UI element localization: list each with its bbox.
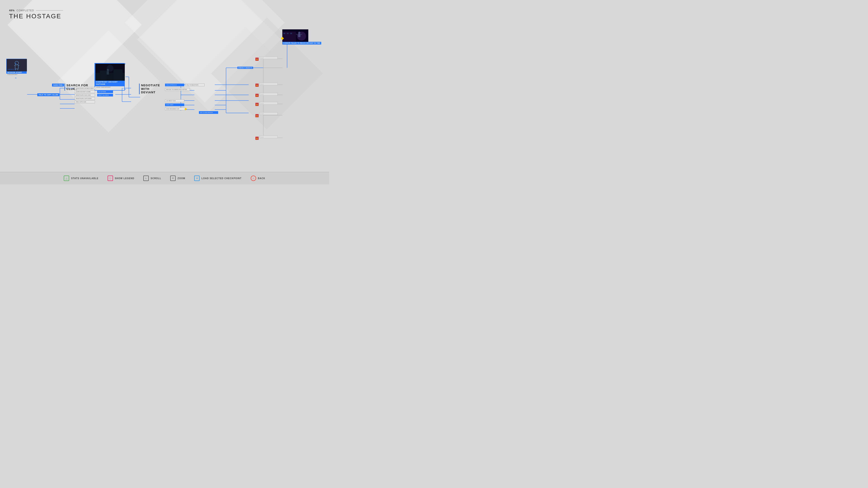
talk-to-capt-allen-node[interactable]: TALK TO CAPT. ALLEN [37,93,59,96]
completion-line [36,10,63,11]
square-button[interactable]: □ [107,175,113,181]
o-button[interactable]: ○ [251,175,256,181]
android-logo: ANDROID [8,69,16,70]
stats-control: △ STATS UNAVAILABLE [64,175,98,181]
svg-rect-69 [287,33,289,34]
yellow-indicator [184,108,187,110]
refuse-to-dismiss-node[interactable]: REFUSE TO DISMISS HELICOPTER [165,88,190,91]
scroll-label: SCROLL [151,177,161,180]
lock-node-1: 🔒 [255,58,258,61]
lock-node-4: 🔒 [255,103,258,106]
svg-point-71 [297,32,306,41]
connor-failed-node[interactable]: CONNOR FAILED TO REACH DEVIANT IN TIME [282,29,321,44]
save-emma-node[interactable]: SAVE EMMA [165,103,184,106]
x-button[interactable]: ✕ [194,175,199,181]
svg-rect-57 [100,70,107,80]
connor-failed-image [282,29,308,42]
save-wounded-cop-node[interactable]: SAVE WOUNDED COP [165,107,185,110]
confront-deviant-title: CONFRONT DEVIANT OUTSIDE [95,80,124,86]
load-checkpoint-control: ✕ LOAD SELECTED CHECKPOINT [194,175,241,181]
mission-title: THE HOSTAGE [9,13,63,20]
learn-deviants-name-node[interactable]: LEARN DEVIANT'S NAME [74,90,95,93]
cold-approach-node[interactable]: COLD APPROACH [165,84,184,86]
no-outside-node[interactable]: NO OUTSIDE [97,90,113,93]
load-checkpoint-label: LOAD SELECTED CHECKPOINT [202,177,241,180]
connor-failed-label: CONNOR FAILED TO REACH DEVIANT IN TIME [282,42,321,44]
mission-start-label: MISSION START [6,71,27,74]
scroll-down-arrow[interactable]: ⌃ [14,77,17,81]
back-label: BACK [258,177,266,180]
zoom-label: ZOOM [178,177,185,180]
get-close-enough-node[interactable]: GET CLOSE ENOUGH [199,111,218,114]
confront-deviant-checkpoint: LOAD CHECKPOINT [95,86,124,88]
completion-label: COMPLETED [17,9,34,12]
confront-deviant-image [95,63,124,80]
stats-label: STATS UNAVAILABLE [71,177,98,180]
scroll-up-arrow[interactable]: ⌄ [14,61,17,65]
investigate-gun-case-node[interactable]: INVESTIGATE GUN CASE [74,94,95,96]
svg-point-61 [107,65,114,72]
completion-info: 48% COMPLETED [9,9,63,12]
negotiate-with-deviant-label: NEGOTIATEWITHDEVIANT [139,84,160,94]
investigate-cops-body-node[interactable]: INVESTIGATE COP'S BODY [74,97,95,100]
scroll-center-down[interactable]: ⌃ [124,88,127,92]
lock-node-2: 🔒 [255,84,258,87]
investigate-fathers-body-node[interactable]: INVESTIGATE FATHER'S BODY [74,87,95,90]
outcome-node-6: [...] [259,135,278,138]
mission-start-checkpoint: CHECKPOINT [6,74,27,75]
outcome-node-3: [...] [259,93,278,96]
completion-percentage: 48% [9,9,15,12]
back-control: ○ BACK [251,175,266,181]
l-button[interactable]: L [143,175,149,181]
deviant-jumps-node[interactable]: [object Object] [237,67,253,69]
svg-rect-58 [114,69,123,80]
svg-rect-68 [283,33,285,34]
outcome-node-4: [...] [259,102,278,105]
outcome-node-5: [...] [259,112,278,115]
r-button[interactable]: R [170,175,176,181]
scroll-control: L SCROLL [143,175,161,181]
fail-to-negotiate-node[interactable]: FAIL TO NEGOTIATE [185,84,205,86]
zoom-control: R ZOOM [170,175,185,181]
svg-rect-60 [107,71,109,74]
lock-node-6: 🔒 [255,137,258,140]
take-cops-gun-node[interactable]: TAKE COP'S GUN [74,101,95,103]
flow-connectors [0,0,329,184]
triangle-button[interactable]: △ [64,175,69,181]
draft-alliance-node[interactable]: DRAFT ALLIANCE [97,94,113,96]
lock-node-3: 🔒 [255,94,258,97]
legend-label: SHOW LEGEND [115,177,134,180]
outcome-node-2: [...] [259,83,278,86]
lie-about-gun-node[interactable]: LIE ABOUT GUN [165,99,184,102]
header: 48% COMPLETED THE HOSTAGE [9,9,63,20]
legend-control: □ SHOW LEGEND [107,175,134,181]
bottom-bar: △ STATS UNAVAILABLE □ SHOW LEGEND L SCRO… [0,172,329,184]
svg-rect-70 [290,33,292,34]
confront-deviant-node[interactable]: CONFRONT DEVIANT OUTSIDE LOAD CHECKPOINT [95,63,124,88]
save-finn-node[interactable]: SAVE FINN [52,84,64,87]
outcome-node-1: [...] [259,57,278,59]
lock-node-5: 🔒 [255,114,258,117]
